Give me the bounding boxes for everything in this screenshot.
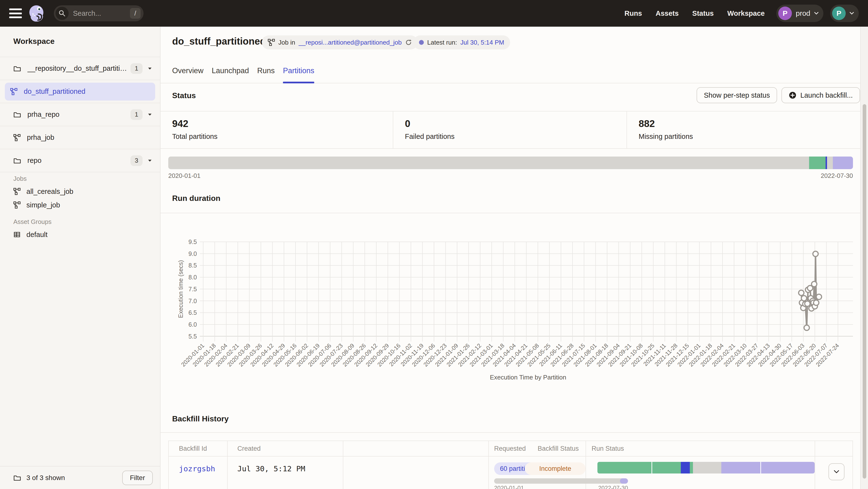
- search-input[interactable]: Search... /: [54, 5, 144, 21]
- folder-icon: [13, 65, 21, 72]
- caret-down-icon[interactable]: [148, 67, 152, 70]
- run-status-segment: [681, 462, 690, 474]
- sidebar-item-label: prha_job: [27, 133, 54, 141]
- run-status-segment: [693, 462, 721, 474]
- tab-runs[interactable]: Runs: [257, 59, 275, 83]
- page-title: do_stuff_partitioned: [172, 36, 266, 47]
- stat-label: Failed partitions: [405, 133, 626, 140]
- svg-text:9.5: 9.5: [188, 238, 197, 245]
- sidebar-item-simple_job[interactable]: simple_job: [0, 198, 160, 212]
- sidebar-item-do-stuff-partitioned[interactable]: do_stuff_partitioned: [0, 80, 160, 103]
- item-count-badge: 1: [130, 109, 143, 120]
- job-icon: [268, 39, 275, 46]
- partition-bar-segment: [833, 157, 853, 169]
- deployment-switcher[interactable]: P prod: [776, 5, 824, 22]
- plus-circle-icon: [789, 91, 797, 99]
- run-status-segment: [690, 462, 693, 474]
- backfill-table: Backfill Id Created Requested Backfill S…: [168, 441, 853, 489]
- top-nav: Search... / RunsAssetsStatusWorkspace P …: [0, 0, 868, 27]
- requested-start: 2020-01-01: [494, 485, 524, 489]
- svg-text:7.0: 7.0: [188, 298, 197, 304]
- backfill-status-badge: Incomplete: [525, 462, 586, 475]
- nav-link-workspace[interactable]: Workspace: [727, 9, 765, 18]
- divider: [160, 432, 860, 433]
- divider: [488, 441, 489, 489]
- stat-label: Missing partitions: [639, 133, 860, 140]
- divider: [160, 148, 860, 149]
- job-icon: [10, 88, 18, 95]
- caret-down-icon[interactable]: [148, 159, 152, 162]
- sidebar-title: Workspace: [13, 37, 55, 46]
- sidebar-item-label: prha_repo: [27, 110, 59, 119]
- sidebar-item-label: repo: [27, 157, 41, 165]
- stat-value: 882: [639, 118, 860, 129]
- tab-launchpad[interactable]: Launchpad: [212, 59, 249, 83]
- chevron-down-icon: [834, 470, 839, 474]
- scrollbar-thumb[interactable]: [863, 104, 866, 479]
- partition-bar-segment: [827, 157, 833, 169]
- job-origin-link[interactable]: __reposi...artitioned@partitioned_job: [299, 39, 402, 46]
- nav-link-runs[interactable]: Runs: [624, 9, 642, 18]
- job-icon: [13, 201, 21, 209]
- svg-text:9.0: 9.0: [188, 250, 197, 257]
- repo-count: 3 of 3 shown: [26, 474, 65, 482]
- user-avatar: P: [832, 6, 846, 20]
- run-status-segment: [721, 462, 761, 474]
- expand-row-button[interactable]: [829, 463, 844, 480]
- reload-icon[interactable]: [405, 39, 412, 46]
- run-status-segment: [761, 462, 815, 474]
- divider: [169, 456, 852, 457]
- sidebar-item-prha-job[interactable]: prha_job: [0, 126, 160, 149]
- tab-partitions[interactable]: Partitions: [283, 59, 314, 83]
- selected-highlight: do_stuff_partitioned: [5, 83, 155, 101]
- filter-button[interactable]: Filter: [122, 470, 153, 485]
- job-icon: [13, 188, 21, 195]
- repo-list: __repository__do_stuff_partitio...1do_st…: [0, 57, 160, 172]
- launch-backfill-button[interactable]: Launch backfill...: [781, 87, 860, 103]
- folder-icon: [13, 475, 21, 481]
- sidebar-item--repository-do-stuff-partitio-[interactable]: __repository__do_stuff_partitio...1: [0, 57, 160, 80]
- search-shortcut-key: /: [130, 8, 141, 19]
- col-header-requested: Requested: [494, 445, 526, 452]
- nav-link-assets[interactable]: Assets: [656, 9, 679, 18]
- backfill-id-link[interactable]: jozrgsbh: [179, 464, 215, 473]
- dagster-app: Search... / RunsAssetsStatusWorkspace P …: [0, 0, 868, 489]
- sidebar-item-prha-repo[interactable]: prha_repo1: [0, 103, 160, 126]
- deployment-label: prod: [796, 9, 810, 18]
- sidebar-footer: 3 of 3 shown Filter: [0, 466, 160, 489]
- user-menu[interactable]: P: [830, 5, 859, 22]
- item-count-badge: 1: [130, 63, 143, 74]
- show-per-step-status-button[interactable]: Show per-step status: [696, 87, 777, 103]
- item-count-badge: 3: [130, 155, 143, 166]
- partition-bar-segment: [809, 157, 826, 169]
- job-origin-prefix: Job in: [278, 39, 295, 46]
- run-status-segment: [652, 462, 681, 474]
- search-icon: [56, 7, 69, 20]
- sidebar-item-default[interactable]: default: [0, 228, 160, 241]
- tab-overview[interactable]: Overview: [172, 59, 204, 83]
- caret-down-icon[interactable]: [148, 67, 152, 70]
- divider: [343, 441, 343, 489]
- stat-missing-partitions: 882Missing partitions: [627, 111, 860, 148]
- chevron-down-icon: [814, 12, 818, 15]
- workspace-sidebar: Workspace __repository__do_stuff_partiti…: [0, 27, 160, 489]
- run-duration-chart: 9.59.08.58.07.57.06.56.05.52020-01-01202…: [160, 218, 860, 387]
- requested-progress-tail: [620, 478, 628, 484]
- stat-value: 0: [405, 118, 626, 129]
- sidebar-item-label: do_stuff_partitioned: [24, 88, 85, 95]
- sidebar-item-repo[interactable]: repo3: [0, 149, 160, 172]
- menu-icon[interactable]: [9, 8, 22, 18]
- nav-link-status[interactable]: Status: [692, 9, 714, 18]
- sidebar-item-all_cereals_job[interactable]: all_cereals_job: [0, 185, 160, 198]
- partition-range-start: 2020-01-01: [168, 172, 200, 180]
- stat-failed-partitions: 0Failed partitions: [393, 111, 627, 148]
- svg-text:Execution time (secs): Execution time (secs): [177, 260, 184, 318]
- status-heading: Status: [172, 91, 196, 100]
- caret-down-icon[interactable]: [148, 113, 152, 116]
- sidebar-item-label: default: [26, 231, 48, 239]
- caret-down-icon[interactable]: [148, 113, 152, 116]
- asset-group-list: default: [0, 228, 160, 241]
- caret-down-icon[interactable]: [148, 159, 152, 162]
- partition-stats: 942Total partitions0Failed partitions882…: [160, 111, 860, 148]
- latest-run-link[interactable]: Jul 30, 5:14 PM: [460, 39, 504, 46]
